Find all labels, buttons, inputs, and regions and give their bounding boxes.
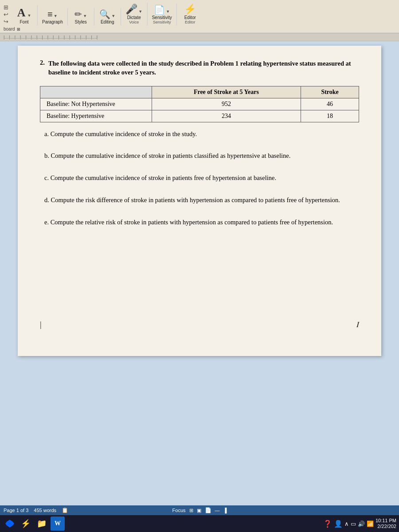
- sensitivity-label: Sensitivity: [152, 15, 172, 20]
- styles-icon: ✏: [74, 9, 82, 20]
- table-row: Baseline: Hypertensive 234 18: [40, 110, 359, 122]
- problem-text: The following data were collected in the…: [48, 59, 359, 77]
- table-cell-label-2: Baseline: Hypertensive: [40, 110, 152, 122]
- subquestion-b-text: Compute the cumulative incidence of stro…: [51, 152, 291, 159]
- launcher-icon[interactable]: ⊠: [17, 27, 20, 31]
- subquestion-e-text: Compute the relative risk of stroke in p…: [51, 219, 333, 226]
- editor-icon[interactable]: ⚡: [184, 4, 196, 15]
- document-area: 2. The following data were collected in …: [0, 41, 399, 503]
- ribbon-group-sensitivity: 📄 ▼ Sensitivity Sensitivity: [148, 4, 177, 25]
- status-center: Focus ⊞ ▣ 📄 — ▐: [172, 507, 227, 513]
- dropbox-icon[interactable]: [3, 516, 17, 531]
- document-check-icon[interactable]: 📋: [62, 507, 68, 513]
- subquestion-e-label: e.: [44, 219, 51, 226]
- clipboard-label: board: [4, 27, 15, 31]
- editor-label: Editor: [184, 15, 196, 20]
- taskbar-user-icon[interactable]: 👤: [334, 520, 343, 528]
- sensitivity-icon[interactable]: 📄: [154, 4, 165, 15]
- table-cell-val-2a: 234: [152, 110, 301, 122]
- table-cell-val-1b: 46: [301, 98, 359, 110]
- taskbar-folder-icon[interactable]: 📁: [35, 516, 49, 531]
- problem-number: 2.: [40, 59, 45, 66]
- subquestion-b-label: b.: [44, 152, 51, 159]
- table-header-free: Free of Stroke at 5 Years: [152, 86, 301, 98]
- subquestion-e: e. Compute the relative risk of stroke i…: [40, 218, 359, 227]
- view-separator: —: [215, 508, 220, 513]
- taskbar-time-display: 10:11 PM: [376, 518, 396, 524]
- view-doc-icon[interactable]: 📄: [205, 507, 211, 513]
- status-bar: Page 1 of 3 455 words 📋 Focus ⊞ ▣ 📄 — ▐: [0, 505, 399, 515]
- data-table: Free of Stroke at 5 Years Stroke Baselin…: [40, 86, 359, 122]
- font-icon: A: [17, 6, 26, 20]
- dictate-label: Dictate: [127, 15, 141, 20]
- taskbar-monitor-icon: ▭: [351, 520, 356, 527]
- quick-access-icon[interactable]: ⊞: [4, 4, 8, 11]
- page-indicator: Page 1 of 3: [4, 508, 28, 513]
- ribbon-bottom: board ⊠: [0, 26, 399, 32]
- taskbar-sound-icon[interactable]: 🔊: [358, 520, 365, 527]
- ribbon-group-font: A ▼ Font: [11, 5, 38, 25]
- zoom-slider[interactable]: ▐: [223, 508, 227, 513]
- editing-label: Editing: [101, 20, 114, 24]
- subquestion-a: a. Compute the cumulative incidence of s…: [40, 129, 359, 139]
- ribbon-group-paragraph: ≡ ▼ Paragraph: [38, 8, 68, 25]
- subquestion-a-text: Compute the cumulative incidence of stro…: [51, 130, 197, 137]
- sensitivity-sublabel: Sensitivity: [153, 20, 171, 24]
- subquestion-c: c. Compute the cumulative incidence of s…: [40, 173, 359, 183]
- taskbar-wifi-icon: 📶: [367, 520, 374, 527]
- cursor-left: |: [40, 320, 42, 329]
- subquestion-d-label: d.: [44, 196, 51, 203]
- table-cell-val-2b: 18: [301, 110, 359, 122]
- focus-label[interactable]: Focus: [172, 508, 186, 513]
- view-single-icon[interactable]: ▣: [197, 508, 201, 513]
- redo-icon[interactable]: ↪: [4, 18, 8, 25]
- taskbar-date-display: 2/22/202: [376, 524, 396, 529]
- table-cell-val-1a: 952: [152, 98, 301, 110]
- editing-dropdown[interactable]: ▼: [111, 14, 115, 18]
- subquestion-d-text: Compute the risk difference of stroke in…: [51, 196, 340, 203]
- table-header-blank: [40, 86, 152, 98]
- subquestion-c-text: Compute the cumulative incidence of stro…: [51, 174, 276, 181]
- subquestion-b: b. Compute the cumulative incidence of s…: [40, 151, 359, 161]
- styles-dropdown[interactable]: ▼: [83, 14, 87, 18]
- styles-label: Styles: [75, 20, 87, 24]
- subquestion-d: d. Compute the risk difference of stroke…: [40, 196, 359, 205]
- taskbar-question-icon[interactable]: ❓: [323, 520, 332, 528]
- taskbar: ⚡ 📁 W ❓ 👤 ∧ ▭ 🔊 📶 10:11 PM 2/22/202: [0, 515, 399, 532]
- dictate-sublabel: Voice: [129, 20, 139, 24]
- view-grid-icon[interactable]: ⊞: [189, 508, 193, 513]
- font-dropdown[interactable]: ▼: [27, 13, 31, 18]
- taskbar-network-icon: ∧: [344, 520, 349, 527]
- ribbon-top: ⊞ ↩ ↪ A ▼ Font ≡ ▼ Paragraph ✏ ▼: [0, 2, 399, 26]
- paragraph-icon: ≡: [47, 9, 53, 20]
- word-count: 455 words: [34, 508, 56, 513]
- ribbon-group-editor: ⚡ Editor Editor: [177, 3, 203, 25]
- subquestion-c-label: c.: [44, 174, 51, 181]
- dictate-dropdown[interactable]: ▼: [138, 9, 142, 14]
- subquestion-a-label: a.: [44, 130, 51, 137]
- ribbon-group-editing: 🔍 ▼ Editing: [94, 8, 121, 25]
- paragraph-dropdown[interactable]: ▼: [54, 14, 58, 18]
- cursor-right: 𝐼: [356, 320, 359, 329]
- table-row: Baseline: Not Hypertensive 952 46: [40, 98, 359, 110]
- table-header-stroke: Stroke: [301, 86, 359, 98]
- document-page: 2. The following data were collected in …: [18, 46, 381, 356]
- taskbar-word-icon[interactable]: W: [51, 516, 65, 531]
- ruler: |....|....|....|....|....|....|....|....…: [0, 33, 399, 41]
- ribbon: ⊞ ↩ ↪ A ▼ Font ≡ ▼ Paragraph ✏ ▼: [0, 0, 399, 33]
- table-cell-label-1: Baseline: Not Hypertensive: [40, 98, 152, 110]
- dictate-icon[interactable]: 🎤: [125, 4, 137, 15]
- editor-sublabel: Editor: [185, 20, 196, 24]
- taskbar-clock: 10:11 PM 2/22/202: [376, 518, 396, 529]
- ribbon-group-styles: ✏ ▼ Styles: [68, 8, 94, 25]
- font-label: Font: [20, 20, 28, 24]
- undo-icon[interactable]: ↩: [4, 11, 8, 18]
- sensitivity-dropdown[interactable]: ▼: [166, 9, 170, 14]
- taskbar-right: ❓ 👤 ∧ ▭ 🔊 📶 10:11 PM 2/22/202: [323, 518, 396, 529]
- taskbar-lightning-icon[interactable]: ⚡: [19, 516, 33, 531]
- ribbon-group-dictate: 🎤 ▼ Dictate Voice: [121, 3, 148, 25]
- paragraph-label: Paragraph: [42, 20, 63, 24]
- editing-icon: 🔍: [99, 9, 110, 20]
